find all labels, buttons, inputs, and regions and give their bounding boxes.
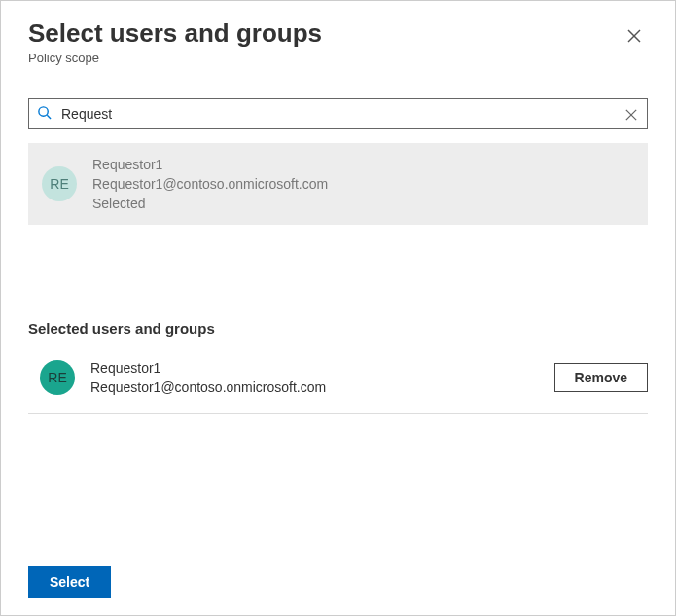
selected-item: RE Requestor1 Requestor1@contoso.onmicro… [28, 354, 648, 414]
close-icon [627, 29, 641, 43]
result-state: Selected [92, 196, 328, 211]
result-name: Requestor1 [92, 157, 328, 172]
search-field[interactable] [28, 98, 648, 129]
panel-subtitle: Policy scope [28, 51, 322, 65]
remove-button[interactable]: Remove [554, 363, 648, 392]
search-input[interactable] [59, 105, 618, 123]
close-button[interactable] [621, 22, 648, 50]
select-button[interactable]: Select [28, 566, 111, 598]
selected-item-name: Requestor1 [90, 360, 539, 376]
panel-footer: Select [1, 553, 675, 615]
clear-search-button[interactable] [625, 107, 639, 121]
result-email: Requestor1@contoso.onmicrosoft.com [92, 176, 328, 192]
search-result-item[interactable]: RE Requestor1 Requestor1@contoso.onmicro… [28, 143, 648, 225]
search-icon [37, 105, 52, 124]
selected-item-email: Requestor1@contoso.onmicrosoft.com [90, 380, 539, 395]
close-icon [625, 109, 637, 121]
svg-point-2 [39, 106, 48, 115]
avatar: RE [42, 166, 77, 201]
svg-line-3 [47, 115, 51, 119]
avatar: RE [40, 360, 75, 395]
panel-title: Select users and groups [28, 18, 322, 49]
selected-section-heading: Selected users and groups [28, 320, 648, 337]
